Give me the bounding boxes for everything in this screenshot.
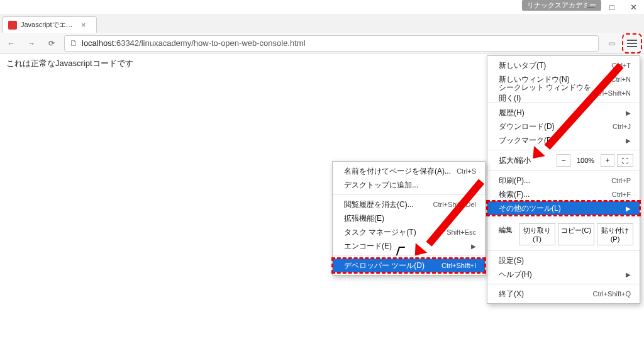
maximize-button[interactable]: □ — [601, 0, 623, 14]
menu-edit-row: 編集 切り取り(T) コピー(C) 貼り付け(P) — [487, 221, 640, 248]
main-menu: 新しいタブ(T)Ctrl+T 新しいウィンドウ(N)Ctrl+N シークレット … — [487, 55, 640, 304]
hamburger-icon — [627, 43, 637, 44]
browser-toolbar: ← → ⟳ 🗋 localhost:63342/linuxacademy/how… — [0, 33, 644, 54]
menu-separator — [487, 170, 640, 171]
zoom-out-button[interactable]: − — [557, 154, 570, 167]
more-tools-submenu: 名前を付けてページを保存(A)...Ctrl+S デスクトップに追加... 閲覧… — [332, 161, 486, 276]
submenu-clear-browsing[interactable]: 閲覧履歴を消去(C)...Ctrl+Shift+Del — [333, 198, 485, 211]
submenu-extensions[interactable]: 拡張機能(E) — [333, 211, 485, 225]
reload-button[interactable]: ⟳ — [44, 36, 59, 51]
menu-new-tab[interactable]: 新しいタブ(T)Ctrl+T — [487, 59, 640, 72]
window-controls: — □ ✕ — [580, 0, 644, 14]
menu-exit[interactable]: 終了(X)Ctrl+Shift+Q — [487, 287, 640, 301]
tab-close-button[interactable]: × — [81, 20, 86, 30]
zoom-in-button[interactable]: + — [601, 154, 614, 167]
url-path: :63342/linuxacademy/how-to-open-web-cons… — [114, 38, 305, 48]
device-toggle-icon[interactable]: ▭ — [604, 36, 619, 51]
copy-button[interactable]: コピー(C) — [558, 223, 594, 245]
forward-button[interactable]: → — [24, 36, 39, 51]
menu-find[interactable]: 検索(F)...Ctrl+F — [487, 187, 640, 201]
submenu-encoding[interactable]: エンコード(E)▶ — [333, 239, 485, 253]
menu-history[interactable]: 履歴(H)▶ — [487, 106, 640, 120]
paste-button[interactable]: 貼り付け(P) — [597, 223, 633, 245]
submenu-add-desktop[interactable]: デスクトップに追加... — [333, 178, 485, 192]
back-button[interactable]: ← — [4, 36, 19, 51]
menu-help[interactable]: ヘルプ(H)▶ — [487, 267, 640, 281]
main-menu-button[interactable] — [624, 35, 640, 52]
menu-downloads[interactable]: ダウンロード(D)Ctrl+J — [487, 120, 640, 133]
submenu-save-as[interactable]: 名前を付けてページを保存(A)...Ctrl+S — [333, 164, 485, 178]
cut-button[interactable]: 切り取り(T) — [519, 223, 555, 245]
menu-separator — [487, 284, 640, 284]
menu-more-tools[interactable]: その他のツール(L)▶ — [487, 201, 640, 215]
minimize-button[interactable]: — — [580, 0, 601, 14]
address-bar[interactable]: 🗋 localhost:63342/linuxacademy/how-to-op… — [64, 35, 599, 52]
edit-label: 編集 — [494, 223, 516, 245]
menu-bookmarks[interactable]: ブックマーク(B)▶ — [487, 133, 640, 147]
menu-separator — [487, 250, 640, 251]
fullscreen-button[interactable]: ⛶ — [617, 154, 633, 167]
menu-print[interactable]: 印刷(P)...Ctrl+P — [487, 174, 640, 187]
tab-title: Javascriptでエラーを表示する — [21, 20, 77, 30]
submenu-devtools[interactable]: デベロッパー ツール(D)Ctrl+Shift+I — [333, 259, 485, 272]
favicon-icon — [8, 21, 17, 30]
menu-zoom-row: 拡大/縮小 − 100% + ⛶ — [487, 153, 640, 168]
menu-separator — [487, 150, 640, 150]
menu-separator — [333, 194, 485, 195]
submenu-task-manager[interactable]: タスク マネージャ(T)Shift+Esc — [333, 225, 485, 239]
zoom-label: 拡大/縮小 — [499, 155, 554, 166]
browser-tab[interactable]: Javascriptでエラーを表示する × — [3, 16, 97, 33]
close-window-button[interactable]: ✕ — [623, 0, 644, 14]
menu-incognito[interactable]: シークレット ウィンドウを開く(I)Ctrl+Shift+N — [487, 86, 640, 100]
page-info-icon[interactable]: 🗋 — [70, 38, 78, 48]
url-host: localhost — [82, 38, 114, 48]
tab-strip: Javascriptでエラーを表示する × — [0, 14, 644, 33]
menu-separator — [333, 255, 485, 256]
menu-settings[interactable]: 設定(S) — [487, 254, 640, 267]
menu-separator — [487, 218, 640, 218]
zoom-value: 100% — [573, 157, 598, 164]
